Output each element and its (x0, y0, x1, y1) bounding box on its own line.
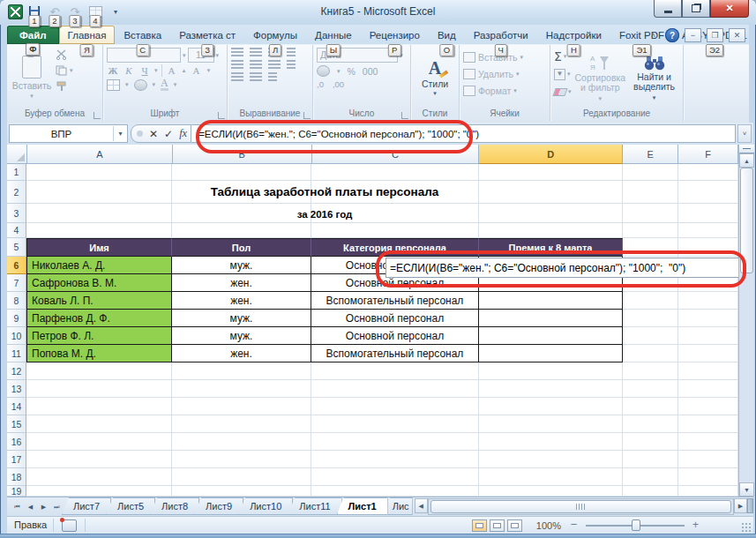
increase-decimal-button[interactable]: ,0 (317, 79, 324, 89)
cell-B1[interactable] (172, 164, 311, 181)
cell-C11[interactable]: Вспомогательный персонал (311, 345, 479, 362)
cell-F19[interactable] (678, 486, 738, 497)
minimize-button[interactable] (654, 0, 682, 18)
cell-A10[interactable]: Петров Ф. Л. (26, 327, 172, 345)
cell-A12[interactable] (26, 362, 172, 380)
cell-B8[interactable]: жен. (172, 292, 311, 310)
cell-F10[interactable] (678, 327, 738, 345)
cell-E5[interactable] (623, 238, 678, 257)
row-header-7[interactable]: 7 (7, 274, 26, 292)
row-header-1[interactable]: 1 (7, 164, 26, 181)
column-header-E[interactable]: E (623, 145, 678, 164)
italic-button[interactable]: К (123, 64, 135, 77)
cell-E4[interactable] (623, 223, 678, 238)
increase-indent-button[interactable] (250, 72, 262, 81)
cell-A7[interactable]: Сафронова В. М. (26, 274, 172, 292)
column-header-C[interactable]: C (312, 145, 480, 164)
row-header-16[interactable]: 16 (7, 433, 26, 451)
cell-E11[interactable] (623, 345, 678, 362)
sheet-tab-Лист7[interactable]: Лист7 (62, 497, 111, 515)
sheet-tab-Лист10[interactable]: Лист10 (238, 497, 293, 515)
first-sheet-button[interactable]: ⏮ (11, 500, 24, 513)
horizontal-scrollbar[interactable] (428, 498, 734, 515)
cell-B12[interactable] (172, 362, 311, 380)
cell-D4[interactable] (479, 223, 623, 238)
borders-button[interactable] (107, 79, 120, 91)
cell-F8[interactable] (678, 292, 738, 310)
cell-B7[interactable]: жен. (172, 274, 311, 292)
paste-button[interactable]: Вставить ▾ (11, 48, 53, 108)
tab-Разработчи[interactable]: РазработчиЧ (465, 26, 537, 44)
cell-E16[interactable] (623, 433, 678, 451)
font-color-button[interactable]: А (161, 78, 168, 91)
scroll-left-button[interactable]: ◀ (415, 498, 428, 513)
cell-A15[interactable] (26, 415, 172, 433)
cell-D17[interactable] (479, 451, 623, 468)
cut-button[interactable] (56, 48, 73, 62)
cell-E18[interactable] (623, 468, 678, 486)
cell-C15[interactable] (311, 415, 479, 433)
underline-button[interactable]: Ч (138, 64, 151, 77)
cell-B11[interactable]: жен. (172, 345, 311, 362)
cell-F14[interactable] (678, 398, 738, 415)
cell-A18[interactable] (26, 468, 172, 486)
cell-A13[interactable] (26, 380, 172, 398)
column-header-F[interactable]: F (678, 145, 738, 164)
tab-split-handle[interactable] (747, 498, 753, 513)
dialog-launcher-icon[interactable] (94, 112, 101, 119)
row-header-18[interactable]: 18 (7, 468, 26, 486)
cell-F16[interactable] (678, 433, 738, 451)
grow-font-button[interactable]: А (166, 64, 178, 77)
align-right-button[interactable] (268, 60, 281, 69)
cell-F2[interactable] (678, 181, 738, 204)
cell-C8[interactable]: Вспомогательный персонал (311, 292, 479, 310)
row-header-17[interactable]: 17 (7, 451, 26, 468)
column-header-B[interactable]: B (173, 145, 312, 164)
cell-C9[interactable]: Основной персонал (311, 310, 479, 327)
row-header-4[interactable]: 4 (7, 223, 26, 238)
cell-D9[interactable] (479, 310, 623, 327)
last-sheet-button[interactable]: ⏭ (50, 500, 64, 513)
sheet-tab-Лист9[interactable]: Лист9 (194, 497, 243, 515)
cell-B18[interactable] (172, 468, 311, 486)
percent-style-button[interactable]: % (348, 66, 356, 77)
cell-D18[interactable] (479, 468, 623, 486)
cell-A19[interactable] (26, 486, 172, 497)
find-select-button[interactable]: Найти и выделить▾ (629, 48, 679, 108)
format-painter-button[interactable] (56, 79, 73, 93)
cell-B13[interactable] (172, 380, 311, 398)
comma-style-button[interactable]: 000 (363, 66, 378, 77)
orientation-button[interactable] (287, 48, 296, 56)
cell-C17[interactable] (311, 451, 479, 468)
cell-B6[interactable]: муж. (172, 257, 311, 274)
sheet-tab-Лист8[interactable]: Лист8 (150, 497, 199, 515)
cell-B4[interactable] (172, 223, 311, 238)
fill-button[interactable]: ▼▾ (554, 67, 572, 81)
decrease-indent-button[interactable] (231, 72, 243, 81)
page-layout-view-button[interactable] (490, 519, 505, 532)
macro-record-button[interactable] (62, 519, 77, 532)
scroll-up-button[interactable]: ▲ (739, 153, 754, 168)
sheet-tab-Лист1[interactable]: Лист1 (337, 497, 388, 515)
workbook-restore-button[interactable]: ❐ (707, 28, 723, 42)
cell-C19[interactable] (311, 486, 479, 497)
align-left-button[interactable] (231, 60, 243, 69)
cell-A14[interactable] (26, 398, 172, 415)
previous-sheet-button[interactable]: ◀ (24, 500, 37, 513)
cell-A6[interactable]: Николаев А. Д. (26, 257, 172, 274)
cell-D11[interactable] (479, 345, 623, 362)
dialog-launcher-icon[interactable] (218, 112, 225, 119)
zoom-out-button[interactable]: − (567, 518, 580, 531)
normal-view-button[interactable] (472, 519, 487, 532)
cell-A1[interactable] (26, 164, 172, 181)
cell-B16[interactable] (172, 433, 311, 451)
cell-F18[interactable] (678, 468, 738, 486)
cell-A4[interactable] (26, 223, 172, 238)
cell-D16[interactable] (479, 433, 623, 451)
align-top-button[interactable] (231, 48, 243, 56)
scroll-down-button[interactable]: ▼ (739, 482, 754, 497)
cell-A17[interactable] (26, 451, 172, 468)
cell-F15[interactable] (678, 415, 738, 433)
collapse-ribbon-button[interactable]: ˄ (647, 29, 660, 41)
table-header-Категория персонала[interactable]: Категория персонала (311, 238, 479, 257)
